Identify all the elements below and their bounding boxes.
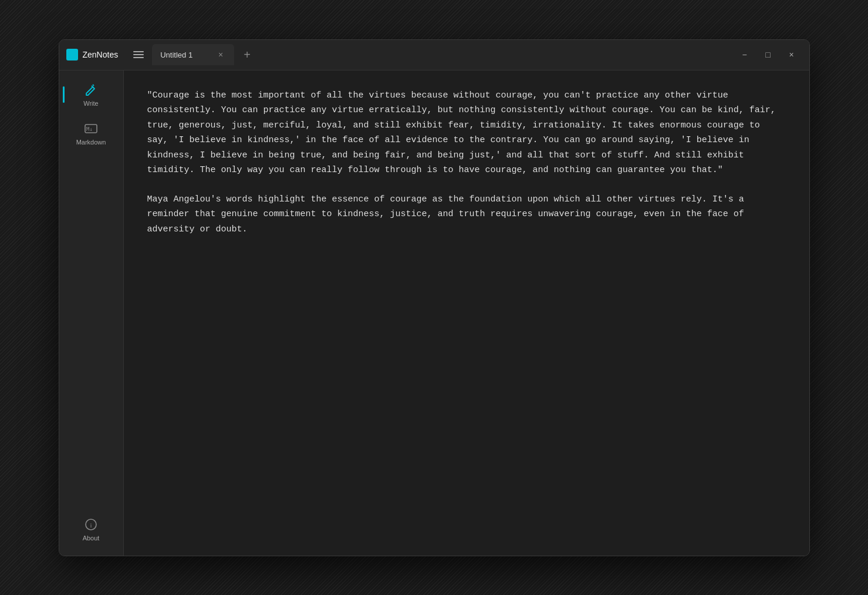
sidebar-item-about[interactable]: i About xyxy=(67,511,114,547)
write-icon xyxy=(83,82,99,98)
tab-untitled1[interactable]: Untitled 1 × xyxy=(152,44,234,65)
title-bar: ZenNotes Untitled 1 × + − □ × xyxy=(59,40,809,70)
editor-area[interactable]: "Courage is the most important of all th… xyxy=(124,70,809,556)
tab-label: Untitled 1 xyxy=(160,51,210,59)
sidebar-item-write[interactable]: Write xyxy=(67,76,114,113)
window-controls: − □ × xyxy=(734,46,802,63)
menu-button[interactable] xyxy=(127,48,150,62)
sidebar-item-markdown[interactable]: M↓ Markdown xyxy=(67,115,114,152)
editor-content: "Courage is the most important of all th… xyxy=(147,88,786,237)
about-icon: i xyxy=(83,517,99,532)
new-tab-button[interactable]: + xyxy=(239,46,255,63)
editor-paragraph-2: Maya Angelou's words highlight the essen… xyxy=(147,192,786,237)
sidebar-markdown-label: Markdown xyxy=(76,139,106,146)
menu-line-1 xyxy=(133,51,144,52)
app-logo-icon xyxy=(66,49,78,60)
tab-close-button[interactable]: × xyxy=(215,49,226,60)
svg-text:i: i xyxy=(90,522,92,529)
sidebar-about-label: About xyxy=(83,535,100,542)
svg-text:M↓: M↓ xyxy=(86,126,93,132)
maximize-button[interactable]: □ xyxy=(758,46,779,63)
markdown-icon: M↓ xyxy=(83,121,99,136)
app-name: ZenNotes xyxy=(83,50,119,59)
main-area: Write M↓ Markdown i xyxy=(59,70,809,556)
editor-paragraph-1: "Courage is the most important of all th… xyxy=(147,88,786,178)
minimize-button[interactable]: − xyxy=(734,46,755,63)
close-button[interactable]: × xyxy=(781,46,802,63)
menu-line-3 xyxy=(133,57,144,58)
sidebar: Write M↓ Markdown i xyxy=(59,70,124,556)
app-logo: ZenNotes xyxy=(66,49,119,60)
menu-line-2 xyxy=(133,54,144,55)
sidebar-write-label: Write xyxy=(83,100,98,107)
app-window: ZenNotes Untitled 1 × + − □ × xyxy=(59,39,810,556)
tabs-area: Untitled 1 × + xyxy=(152,44,734,65)
